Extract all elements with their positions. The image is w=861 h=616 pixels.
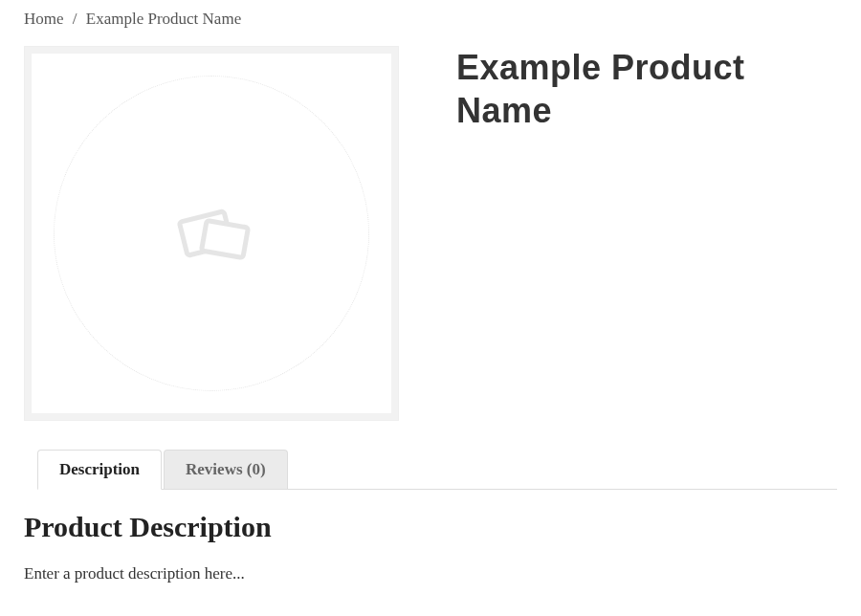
svg-rect-1 [202, 220, 249, 257]
tabs-section: Description Reviews (0) Product Descript… [24, 450, 837, 593]
product-main: Example Product Name [24, 46, 837, 421]
image-placeholder-icon [168, 195, 254, 272]
description-text: Enter a product description here... [24, 564, 837, 583]
product-info: Example Product Name [456, 46, 837, 421]
breadcrumb-home-link[interactable]: Home [24, 10, 64, 28]
tabs-list: Description Reviews (0) [37, 450, 837, 490]
product-image-frame [24, 46, 399, 421]
breadcrumb-separator: / [73, 10, 77, 28]
tab-content: Product Description Enter a product desc… [24, 490, 837, 593]
description-heading: Product Description [24, 511, 837, 543]
breadcrumb: Home / Example Product Name [24, 10, 837, 29]
product-image-placeholder[interactable] [32, 54, 391, 413]
tab-description[interactable]: Description [37, 450, 162, 490]
product-title: Example Product Name [456, 46, 837, 132]
breadcrumb-current: Example Product Name [86, 10, 241, 28]
tab-reviews[interactable]: Reviews (0) [164, 450, 288, 489]
